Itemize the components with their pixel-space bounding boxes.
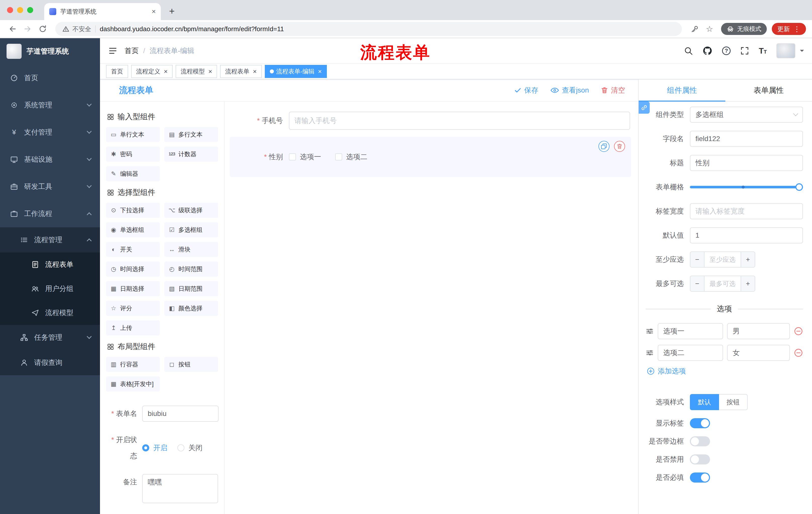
palette-item-password[interactable]: ✱密码: [106, 146, 160, 162]
tag-process-model[interactable]: 流程模型 ×: [176, 65, 217, 78]
palette-item-time-picker[interactable]: ◷时间选择: [106, 262, 160, 277]
remove-option-icon[interactable]: [794, 327, 803, 336]
palette-item-time-range[interactable]: ◴时间范围: [164, 262, 218, 277]
sidebar-item-process-form[interactable]: 流程表单: [0, 252, 100, 277]
show-label-switch[interactable]: [690, 418, 710, 428]
component-type-select[interactable]: 多选框组: [690, 107, 803, 123]
browser-update-button[interactable]: 更新 ⋮: [772, 23, 806, 35]
tag-home[interactable]: 首页: [106, 65, 128, 78]
form-remark-textarea[interactable]: 嘿嘿: [142, 474, 218, 503]
palette-item-switch[interactable]: ◐开关: [106, 242, 160, 257]
avatar[interactable]: [776, 43, 795, 58]
checkbox-label[interactable]: 选项二: [346, 152, 367, 162]
bookmark-star-icon[interactable]: ☆: [703, 22, 716, 35]
sidebar-logo[interactable]: 芋道管理系统: [0, 38, 100, 64]
palette-item-editor[interactable]: ✎编辑器: [106, 166, 160, 181]
checkbox-label[interactable]: 选项一: [300, 152, 321, 162]
canvas-field-gender-selected[interactable]: 性别 选项一 选项二: [230, 137, 631, 177]
stepper-placeholder[interactable]: 最多可选: [704, 276, 741, 291]
stepper-decrease-button[interactable]: −: [690, 252, 704, 267]
breadcrumb-home[interactable]: 首页: [125, 46, 139, 56]
option-label-input[interactable]: [658, 345, 723, 361]
sidebar-item-task-management[interactable]: 任务管理: [0, 325, 100, 350]
github-icon[interactable]: [702, 46, 713, 56]
palette-item-row-container[interactable]: ▥行容器: [106, 357, 160, 372]
palette-item-cascader[interactable]: ⌥级联选择: [164, 203, 218, 218]
sidebar-item-user-groups[interactable]: 用户分组: [0, 277, 100, 301]
search-icon[interactable]: [684, 46, 693, 55]
drag-handle-icon[interactable]: [646, 327, 654, 335]
palette-item-select[interactable]: ⊙下拉选择: [106, 203, 160, 218]
window-close-button[interactable]: [7, 7, 13, 13]
palette-item-upload[interactable]: ↥上传: [106, 320, 160, 335]
sidebar-item-process-model[interactable]: 流程模型: [0, 301, 100, 325]
sidebar-item-devtools[interactable]: 研发工具: [0, 173, 100, 200]
radio-on[interactable]: [142, 444, 149, 451]
tag-process-form-edit[interactable]: 流程表单-编辑 ×: [265, 65, 327, 78]
delete-component-button[interactable]: [614, 141, 625, 152]
stepper-decrease-button[interactable]: −: [690, 276, 704, 291]
browser-menu-kebab-icon[interactable]: ⋮: [793, 25, 801, 33]
checkbox-option-1[interactable]: [289, 154, 296, 160]
palette-item-single-text[interactable]: ▭单行文本: [106, 127, 160, 142]
new-tab-button[interactable]: +: [165, 4, 179, 18]
field-name-input[interactable]: [690, 131, 803, 147]
palette-item-color-picker[interactable]: ◧颜色选择: [164, 301, 218, 316]
border-switch[interactable]: [690, 436, 710, 447]
link-badge[interactable]: [639, 102, 650, 114]
palette-item-slider[interactable]: ↔滑块: [164, 242, 218, 257]
default-value-input[interactable]: [690, 227, 803, 243]
browser-tab[interactable]: 芋道管理系统 ×: [44, 3, 161, 20]
remove-option-icon[interactable]: [794, 348, 803, 357]
radio-on-label[interactable]: 开启: [153, 443, 167, 453]
tag-process-definition[interactable]: 流程定义 ×: [131, 65, 173, 78]
slider-handle[interactable]: [795, 183, 803, 191]
tag-process-form[interactable]: 流程表单 ×: [220, 65, 262, 78]
canvas-field-phone[interactable]: 手机号: [230, 112, 631, 130]
stepper-placeholder[interactable]: 至少应选: [704, 252, 741, 267]
sidebar-item-system[interactable]: 系统管理: [0, 91, 100, 119]
palette-item-date-range[interactable]: ▧日期范围: [164, 281, 218, 296]
sidebar-item-infrastructure[interactable]: 基础设施: [0, 146, 100, 173]
tag-close-icon[interactable]: ×: [164, 68, 168, 75]
palette-item-radio-group[interactable]: ◉单选框组: [106, 222, 160, 237]
help-icon[interactable]: ?: [722, 47, 731, 55]
security-status[interactable]: 不安全: [62, 25, 91, 33]
copy-component-button[interactable]: [599, 141, 609, 152]
sidebar-item-home[interactable]: 首页: [0, 64, 100, 91]
label-width-input[interactable]: [690, 203, 803, 219]
palette-item-counter[interactable]: 123计数器: [164, 146, 218, 162]
style-button-button[interactable]: 按钮: [719, 394, 748, 410]
add-option-button[interactable]: 添加选项: [647, 367, 803, 376]
form-canvas[interactable]: 手机号 性别: [225, 102, 638, 514]
back-icon[interactable]: [6, 22, 19, 35]
window-zoom-button[interactable]: [27, 7, 33, 13]
hamburger-icon[interactable]: [108, 46, 118, 56]
form-grid-slider[interactable]: [690, 179, 803, 195]
palette-item-button[interactable]: ◻按钮: [164, 357, 218, 372]
tag-close-icon[interactable]: ×: [253, 68, 257, 75]
password-key-icon[interactable]: [688, 22, 701, 35]
palette-item-rate[interactable]: ☆评分: [106, 301, 160, 316]
sidebar-item-payment[interactable]: ¥ 支付管理: [0, 119, 100, 146]
address-bar[interactable]: 不安全 dashboard.yudao.iocoder.cn/bpm/manag…: [55, 22, 682, 36]
option-value-input[interactable]: [727, 345, 790, 361]
option-label-input[interactable]: [658, 323, 723, 339]
phone-input[interactable]: [289, 112, 630, 130]
sidebar-item-workflow[interactable]: 工作流程: [0, 200, 100, 227]
palette-item-checkbox-group[interactable]: ☑多选框组: [164, 222, 218, 237]
radio-off[interactable]: [177, 444, 184, 451]
checkbox-option-2[interactable]: [335, 154, 342, 160]
tag-close-icon[interactable]: ×: [318, 68, 322, 75]
title-input[interactable]: [690, 155, 803, 171]
tab-form-props[interactable]: 表单属性: [725, 79, 812, 101]
clear-button[interactable]: 清空: [601, 85, 625, 95]
required-switch[interactable]: [690, 472, 710, 483]
fullscreen-icon[interactable]: [740, 46, 749, 55]
forward-icon[interactable]: [21, 22, 34, 35]
tab-component-props[interactable]: 组件属性: [639, 79, 725, 101]
disabled-switch[interactable]: [690, 454, 710, 464]
style-default-button[interactable]: 默认: [690, 394, 719, 410]
stepper-increase-button[interactable]: +: [741, 252, 755, 267]
form-name-input[interactable]: [142, 406, 219, 422]
